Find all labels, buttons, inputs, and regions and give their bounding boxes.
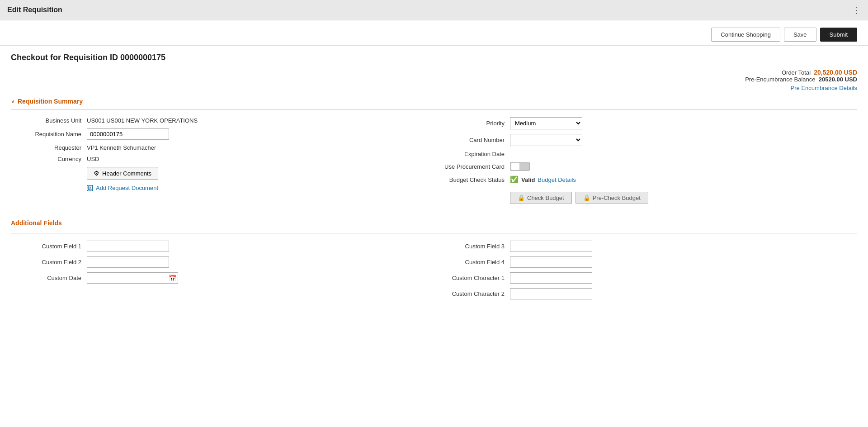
submit-button[interactable]: Submit [820, 28, 857, 42]
custom-field-1-input[interactable] [87, 241, 169, 252]
order-total-label: Order Total [782, 69, 811, 76]
requisition-summary-section: ∨ Requisition Summary Business Unit US00… [11, 98, 857, 209]
pre-enc-details-link[interactable]: Pre Encumbrance Details [791, 85, 857, 91]
form-left: Business Unit US001 US001 NEW YORK OPERA… [11, 117, 434, 209]
custom-field-3-label: Custom Field 3 [441, 243, 505, 250]
use-procurement-label: Use Procurement Card [441, 163, 505, 170]
header-comments-label: Header Comments [102, 170, 151, 177]
additional-fields-title: Additional Fields [11, 219, 62, 227]
page-title: Edit Requisition [7, 6, 62, 14]
add-request-doc-label: Add Request Document [96, 185, 158, 191]
req-name-label: Requisition Name [18, 131, 81, 138]
order-total-line: Order Total 20,520.00 USD [11, 69, 857, 76]
card-number-row: Card Number [441, 134, 850, 146]
section-divider [11, 109, 857, 110]
budget-valid-text: Valid [521, 176, 535, 183]
pre-check-budget-button[interactable]: 🔒 Pre-Check Budget [576, 192, 648, 204]
check-budget-icon: 🔒 [518, 195, 525, 201]
currency-row: Currency USD [18, 156, 427, 162]
additional-form-right: Custom Field 3 Custom Field 4 Custom Cha… [434, 241, 857, 304]
checkout-title: Checkout for Requisition ID 0000000175 [11, 53, 857, 62]
pre-enc-label: Pre-Encumbrance Balance [745, 76, 815, 83]
use-procurement-toggle[interactable] [510, 162, 530, 171]
custom-field-2-input[interactable] [87, 256, 169, 268]
budget-buttons: 🔒 Check Budget 🔒 Pre-Check Budget [510, 192, 648, 204]
continue-shopping-button[interactable]: Continue Shopping [711, 28, 780, 42]
expiration-date-label: Expiration Date [441, 151, 505, 157]
pre-check-budget-icon: 🔒 [583, 195, 590, 201]
budget-status: ✅ Valid Budget Details [510, 176, 576, 184]
custom-field-4-input[interactable] [510, 256, 592, 268]
requester-value: VP1 Kenneth Schumacher [87, 144, 156, 151]
toggle-knob [511, 163, 519, 170]
custom-field-2-label: Custom Field 2 [18, 259, 81, 266]
header-comments-button[interactable]: ⚙ Header Comments [87, 167, 158, 180]
header-comments-row: ⚙ Header Comments [18, 167, 427, 180]
currency-label: Currency [18, 156, 81, 162]
use-procurement-row: Use Procurement Card [441, 162, 850, 171]
priority-select[interactable]: Low Medium High [510, 117, 582, 129]
custom-date-wrapper: 📅 [87, 272, 178, 284]
expiration-date-row: Expiration Date [441, 151, 850, 157]
req-summary-form-grid: Business Unit US001 US001 NEW YORK OPERA… [11, 117, 857, 209]
custom-field-4-row: Custom Field 4 [441, 256, 850, 268]
priority-label: Priority [441, 120, 505, 127]
add-request-document-link[interactable]: 🖼 Add Request Document [87, 184, 158, 192]
card-number-label: Card Number [441, 137, 505, 143]
req-name-row: Requisition Name [18, 128, 427, 140]
additional-fields-divider [11, 233, 857, 233]
add-request-doc-row: 🖼 Add Request Document [18, 184, 427, 192]
req-name-input[interactable] [87, 128, 169, 140]
requester-label: Requester [18, 144, 81, 151]
calendar-icon[interactable]: 📅 [169, 275, 176, 282]
custom-field-2-row: Custom Field 2 [18, 256, 427, 268]
save-button[interactable]: Save [784, 28, 816, 42]
top-bar: Edit Requisition ⋮ [0, 0, 868, 20]
order-summary: Order Total 20,520.00 USD Pre-Encumbranc… [11, 69, 857, 91]
check-budget-button[interactable]: 🔒 Check Budget [510, 192, 572, 204]
additional-form-left: Custom Field 1 Custom Field 2 Custom Dat… [11, 241, 434, 304]
custom-date-row: Custom Date 📅 [18, 272, 427, 284]
custom-date-input[interactable] [87, 272, 178, 284]
business-unit-row: Business Unit US001 US001 NEW YORK OPERA… [18, 117, 427, 124]
main-content: Checkout for Requisition ID 0000000175 O… [0, 46, 868, 311]
custom-field-4-label: Custom Field 4 [441, 259, 505, 266]
custom-field-1-label: Custom Field 1 [18, 243, 81, 250]
budget-buttons-row: 🔒 Check Budget 🔒 Pre-Check Budget [441, 188, 850, 204]
order-total-amount: 20,520.00 USD [814, 69, 857, 76]
custom-char-1-input[interactable] [510, 272, 592, 284]
additional-fields-grid: Custom Field 1 Custom Field 2 Custom Dat… [11, 241, 857, 304]
custom-field-3-input[interactable] [510, 241, 592, 252]
section-header-req-summary: ∨ Requisition Summary [11, 98, 857, 105]
check-budget-label: Check Budget [527, 195, 564, 201]
custom-char-2-label: Custom Character 2 [441, 290, 505, 297]
chevron-icon[interactable]: ∨ [11, 98, 15, 104]
custom-char-1-row: Custom Character 1 [441, 272, 850, 284]
pre-enc-balance-line: Pre-Encumbrance Balance 20520.00 USD [11, 76, 857, 83]
custom-char-2-input[interactable] [510, 288, 592, 299]
comments-icon: ⚙ [94, 170, 99, 177]
card-number-select[interactable] [510, 134, 582, 146]
custom-field-3-row: Custom Field 3 [441, 241, 850, 252]
action-bar: Continue Shopping Save Submit [0, 20, 868, 46]
valid-icon: ✅ [510, 176, 519, 184]
business-unit-value: US001 US001 NEW YORK OPERATIONS [87, 117, 198, 124]
budget-details-link[interactable]: Budget Details [538, 176, 576, 183]
page-wrapper: Edit Requisition ⋮ Continue Shopping Sav… [0, 0, 868, 427]
add-doc-icon: 🖼 [87, 184, 94, 192]
currency-value: USD [87, 156, 99, 162]
custom-char-2-row: Custom Character 2 [441, 288, 850, 299]
additional-fields-section: Additional Fields Custom Field 1 Custom … [11, 219, 857, 304]
priority-row: Priority Low Medium High [441, 117, 850, 129]
custom-date-label: Custom Date [18, 275, 81, 281]
custom-field-1-row: Custom Field 1 [18, 241, 427, 252]
custom-char-1-label: Custom Character 1 [441, 275, 505, 281]
pre-enc-amount: 20520.00 USD [819, 76, 857, 83]
req-summary-title: Requisition Summary [18, 98, 83, 105]
budget-check-status-label: Budget Check Status [441, 176, 505, 183]
additional-fields-header: Additional Fields [11, 219, 857, 228]
menu-icon[interactable]: ⋮ [852, 5, 861, 15]
business-unit-label: Business Unit [18, 117, 81, 124]
requester-row: Requester VP1 Kenneth Schumacher [18, 144, 427, 151]
form-right: Priority Low Medium High Card Number [434, 117, 857, 209]
